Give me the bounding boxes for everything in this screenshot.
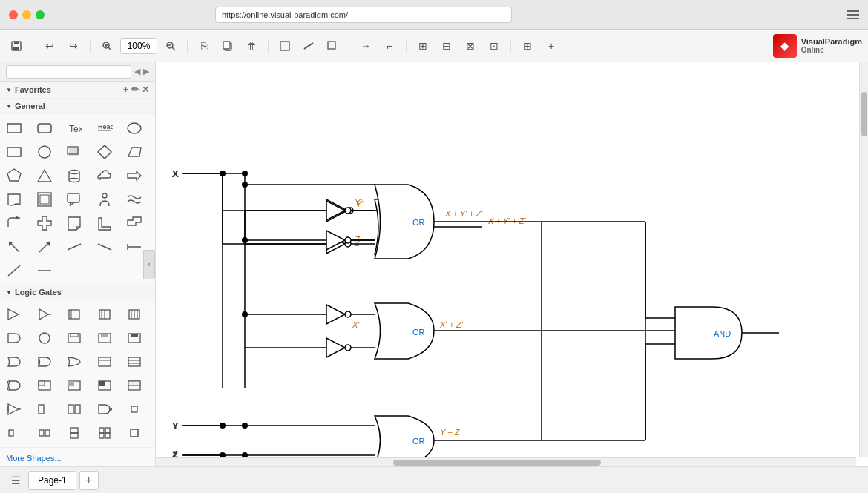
close-button[interactable] (9, 10, 18, 19)
shape-diamond[interactable] (93, 141, 116, 163)
shape-rect2[interactable] (3, 141, 25, 163)
shape-parallelogram[interactable] (123, 141, 145, 163)
nav-arrow-left[interactable]: ◀ (134, 67, 140, 76)
sidebar-section-general[interactable]: ▼ General (0, 99, 155, 114)
gate-small-rect4[interactable] (63, 422, 85, 444)
layout-button[interactable]: ⊡ (484, 36, 504, 56)
gate-circle[interactable] (33, 327, 56, 349)
redo-button[interactable]: ↪ (63, 36, 84, 56)
gate-reg15[interactable] (63, 398, 85, 420)
shape-button[interactable] (322, 36, 343, 56)
shape-ellipse[interactable] (123, 117, 145, 139)
copy-button[interactable]: ⎘ (194, 36, 214, 56)
canvas-area[interactable]: X Y Z Y' (156, 62, 868, 466)
shape-triangle[interactable] (33, 165, 56, 187)
gate-reg2[interactable] (93, 303, 116, 325)
undo-button[interactable]: ↩ (39, 36, 60, 56)
shape-circle[interactable] (33, 141, 56, 163)
more-button[interactable]: + (541, 36, 562, 56)
gate-buf3[interactable] (3, 398, 25, 420)
gate-reg4[interactable] (63, 327, 85, 349)
shape-cross[interactable] (33, 212, 56, 234)
minimize-button[interactable] (22, 10, 31, 19)
scroll-x[interactable] (156, 457, 856, 466)
shape-person[interactable] (93, 188, 116, 211)
gate-reg13[interactable] (123, 374, 145, 397)
delete-button[interactable]: 🗑 (241, 36, 262, 56)
edit-favorite-icon[interactable]: ✏ (131, 85, 139, 95)
zoom-out-button[interactable] (160, 36, 181, 56)
gate-reg12[interactable] (93, 374, 116, 397)
gate-small-rect[interactable] (123, 398, 145, 420)
save-button[interactable] (6, 36, 27, 56)
shape-rectangle-rounded[interactable] (33, 117, 56, 139)
gate-small-rect5[interactable] (93, 422, 116, 444)
gate-reg1[interactable] (63, 303, 85, 325)
gate-reg3[interactable] (123, 303, 145, 325)
shape-line-diag1[interactable] (63, 236, 85, 258)
gate-reg11[interactable] (63, 374, 85, 397)
search-input[interactable] (6, 65, 131, 79)
shape-document[interactable] (3, 188, 25, 211)
fill-color-button[interactable] (274, 36, 295, 56)
shape-line-diag3[interactable] (123, 236, 145, 258)
nav-arrow-right[interactable]: ▶ (143, 67, 149, 76)
gate-reg7[interactable] (93, 351, 116, 373)
gate-reg5[interactable] (93, 327, 116, 349)
gate-reg8[interactable] (123, 351, 145, 373)
shape-rectangle[interactable] (3, 117, 25, 139)
shape-arrow-right[interactable] (123, 165, 145, 187)
page-options-button[interactable]: ☰ (6, 471, 25, 490)
shape-cloud[interactable] (93, 165, 116, 187)
gate-nand[interactable] (93, 398, 116, 420)
gate-or3[interactable] (63, 351, 85, 373)
gate-xor[interactable] (3, 374, 25, 397)
gate-buf-small[interactable] (33, 303, 56, 325)
shape-wave[interactable] (123, 188, 145, 211)
gate-small-rect3[interactable] (33, 422, 56, 444)
shape-shadow-rect[interactable] (63, 141, 85, 163)
close-favorite-icon[interactable]: ✕ (142, 85, 149, 95)
shape-rect-inner[interactable] (33, 188, 56, 211)
shape-cylinder[interactable] (63, 165, 85, 187)
group-button[interactable]: ⊠ (460, 36, 481, 56)
connector-button[interactable]: → (355, 36, 376, 56)
gate-reg14[interactable] (33, 398, 56, 420)
add-page-button[interactable]: + (79, 471, 99, 490)
shape-note[interactable] (63, 212, 85, 234)
scroll-thumb-x[interactable] (393, 460, 601, 466)
shape-arrow-bend[interactable] (3, 212, 25, 234)
shape-arrow-ur[interactable] (33, 236, 56, 258)
scroll-thumb-y[interactable] (861, 92, 867, 136)
hamburger-menu[interactable] (847, 10, 859, 19)
shape-heading[interactable]: Heading (93, 117, 116, 139)
gate-and[interactable] (3, 327, 25, 349)
shape-text[interactable]: Text (63, 117, 85, 139)
scroll-y[interactable] (859, 62, 868, 457)
sidebar-collapse-handle[interactable]: ‹ (143, 250, 155, 279)
align-button[interactable]: ⊞ (412, 36, 433, 56)
sidebar-section-favorites[interactable]: ▼ Favorites + ✏ ✕ (0, 82, 155, 99)
url-bar[interactable]: https://online.visual-paradigm.com/ (215, 7, 512, 23)
gate-reg6[interactable] (123, 327, 145, 349)
page-tab-1[interactable]: Page-1 (28, 471, 76, 490)
gate-small-rect2[interactable] (3, 422, 25, 444)
zoom-in-button[interactable] (96, 36, 117, 56)
gate-buf[interactable] (3, 303, 25, 325)
line-color-button[interactable] (298, 36, 319, 56)
shape-line-diag2[interactable] (93, 236, 116, 258)
shape-arrow-ul[interactable] (3, 236, 25, 258)
gate-reg10[interactable] (33, 374, 56, 397)
sidebar-section-logic-gates[interactable]: ▼ Logic Gates (0, 285, 155, 300)
paste-button[interactable] (217, 36, 238, 56)
gate-single-rect[interactable] (123, 422, 145, 444)
add-favorite-icon[interactable]: + (123, 85, 128, 95)
grid-button[interactable]: ⊞ (517, 36, 538, 56)
shape-step[interactable] (123, 212, 145, 234)
waypoint-button[interactable]: ⌐ (379, 36, 400, 56)
shape-corner[interactable] (93, 212, 116, 234)
shape-line-h[interactable] (33, 259, 56, 282)
gate-or2[interactable] (33, 351, 56, 373)
zoom-input[interactable] (120, 38, 157, 54)
shape-line-simple[interactable] (3, 259, 25, 282)
